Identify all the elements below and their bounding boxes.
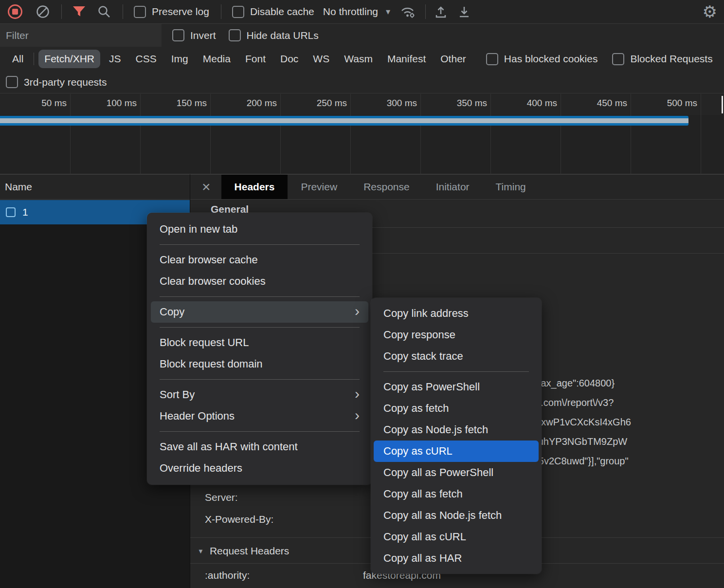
menu-item-copy-all-as-fetch[interactable]: Copy all as fetch (371, 483, 542, 505)
menu-item-open-in-new-tab[interactable]: Open in new tab (147, 219, 372, 240)
filter-icon[interactable] (72, 6, 86, 18)
request-headers-section[interactable]: ▼ Request Headers (198, 545, 289, 557)
tab-response[interactable]: Response (350, 175, 423, 199)
menu-item-label: Block request domain (160, 358, 263, 370)
invert-checkbox[interactable]: Invert (172, 29, 216, 41)
filter-fetch-xhr[interactable]: Fetch/XHR (38, 50, 100, 68)
disable-cache-checkbox[interactable]: Disable cache (232, 6, 314, 18)
filter-font[interactable]: Font (239, 50, 272, 68)
tab-headers[interactable]: Headers (221, 175, 288, 199)
menu-item-label: Save all as HAR with content (160, 441, 298, 453)
checkbox-icon (612, 53, 624, 65)
blocked-requests-checkbox[interactable]: Blocked Requests (612, 53, 712, 65)
menu-item-label: Copy all as fetch (383, 488, 463, 500)
network-conditions-icon[interactable] (400, 5, 416, 18)
export-har-icon[interactable] (458, 5, 471, 18)
menu-item-label: Copy all as PowerShell (383, 466, 493, 479)
record-icon[interactable] (8, 4, 22, 19)
search-icon[interactable] (97, 5, 111, 18)
timeline-tick: 450 ms (561, 98, 631, 109)
menu-item-label: Copy as fetch (383, 402, 449, 415)
menu-item-clear-browser-cookies[interactable]: Clear browser cookies (147, 271, 372, 292)
menu-item-copy-as-fetch[interactable]: Copy as fetch (371, 398, 542, 419)
invert-label: Invert (190, 30, 216, 41)
filter-other[interactable]: Other (434, 50, 472, 68)
menu-item-override-headers[interactable]: Override headers (147, 458, 372, 479)
close-icon[interactable]: × (190, 175, 221, 199)
menu-item-copy-as-powershell[interactable]: Copy as PowerShell (371, 376, 542, 398)
menu-item-copy-link-address[interactable]: Copy link address (371, 303, 542, 324)
menu-divider (160, 379, 360, 380)
menu-item-label: Copy all as Node.js fetch (383, 509, 502, 522)
menu-item-label: Clear browser cookies (160, 275, 266, 288)
submenu-arrow-icon: › (355, 386, 360, 403)
menu-item-clear-browser-cache[interactable]: Clear browser cache (147, 249, 372, 271)
third-party-checkbox[interactable]: 3rd-party requests (6, 76, 107, 88)
menu-item-block-request-domain[interactable]: Block request domain (147, 353, 372, 375)
third-party-label: 3rd-party requests (24, 76, 107, 88)
throttling-select[interactable]: No throttling (323, 6, 378, 18)
clear-icon[interactable] (36, 5, 50, 18)
tab-initiator[interactable]: Initiator (423, 175, 483, 199)
has-blocked-cookies-checkbox[interactable]: Has blocked cookies (486, 53, 598, 65)
disclosure-triangle-icon[interactable]: ▼ (198, 548, 204, 555)
toolbar-divider (61, 4, 62, 19)
type-filter-pills: AllFetch/XHRJSCSSImgMediaFontDocWSWasmMa… (5, 50, 473, 68)
name-column-header[interactable]: Name (0, 174, 190, 200)
request-headers-label: Request Headers (210, 545, 289, 557)
menu-item-header-options[interactable]: Header Options› (147, 405, 372, 427)
menu-item-copy-all-as-node-js-fetch[interactable]: Copy all as Node.js fetch (371, 505, 542, 526)
menu-item-label: Copy as Node.js fetch (383, 423, 488, 436)
menu-item-copy-stack-trace[interactable]: Copy stack trace (371, 346, 542, 367)
menu-item-copy-all-as-curl[interactable]: Copy all as cURL (371, 526, 542, 548)
filter-img[interactable]: Img (165, 50, 194, 68)
preserve-log-checkbox[interactable]: Preserve log (134, 6, 209, 18)
import-har-icon[interactable] (434, 5, 447, 18)
menu-item-copy[interactable]: Copy› (151, 301, 368, 323)
menu-item-copy-response[interactable]: Copy response (371, 324, 542, 346)
menu-item-copy-all-as-powershell[interactable]: Copy all as PowerShell (371, 462, 542, 483)
network-toolbar: Preserve log Disable cache No throttling… (0, 0, 724, 24)
timeline-tick: 250 ms (280, 98, 350, 109)
tab-preview[interactable]: Preview (288, 175, 350, 199)
name-header-label: Name (5, 181, 32, 193)
filter-js[interactable]: JS (103, 50, 127, 68)
menu-item-label: Sort By (160, 388, 195, 401)
checkbox-icon (134, 6, 146, 18)
timeline-tick: 500 ms (631, 98, 701, 109)
toolbar-divider (123, 4, 123, 19)
blocked-requests-label: Blocked Requests (630, 53, 712, 65)
type-filter-row: AllFetch/XHRJSCSSImgMediaFontDocWSWasmMa… (0, 47, 724, 71)
chevron-down-icon[interactable]: ▾ (386, 6, 390, 17)
timeline-overview-bar[interactable] (0, 116, 688, 126)
menu-item-label: Clear browser cache (160, 254, 258, 266)
menu-item-sort-by[interactable]: Sort By› (147, 384, 372, 405)
hide-data-urls-checkbox[interactable]: Hide data URLs (229, 29, 319, 41)
menu-item-copy-as-curl[interactable]: Copy as cURL (374, 441, 539, 462)
tab-timing[interactable]: Timing (483, 175, 539, 199)
row-checkbox-icon[interactable] (6, 207, 16, 217)
settings-gear-icon[interactable]: ⚙ (703, 3, 717, 20)
filter-input[interactable] (0, 24, 162, 47)
submenu-arrow-icon: › (355, 304, 360, 320)
menu-item-block-request-url[interactable]: Block request URL (147, 332, 372, 353)
timeline-tick: 50 ms (0, 98, 70, 109)
filter-doc[interactable]: Doc (274, 50, 304, 68)
filter-bar: Invert Hide data URLs (0, 24, 724, 47)
filter-ws[interactable]: WS (307, 50, 335, 68)
menu-item-save-all-as-har-with-content[interactable]: Save all as HAR with content (147, 436, 372, 458)
copy-submenu: Copy link addressCopy responseCopy stack… (371, 298, 542, 574)
menu-item-copy-all-as-har[interactable]: Copy all as HAR (371, 548, 542, 569)
filter-manifest[interactable]: Manifest (381, 50, 432, 68)
filter-css[interactable]: CSS (130, 50, 163, 68)
menu-item-copy-as-node-js-fetch[interactable]: Copy as Node.js fetch (371, 419, 542, 441)
filter-all[interactable]: All (6, 50, 29, 68)
menu-item-label: Copy as cURL (383, 445, 452, 458)
menu-item-label: Override headers (160, 462, 242, 475)
filter-media[interactable]: Media (197, 50, 236, 68)
hide-data-urls-label: Hide data URLs (247, 30, 319, 41)
menu-item-label: Copy response (383, 329, 455, 341)
request-context-menu: Open in new tabClear browser cacheClear … (147, 213, 372, 485)
devtools-network-panel: Preserve log Disable cache No throttling… (0, 0, 724, 588)
filter-wasm[interactable]: Wasm (338, 50, 379, 68)
